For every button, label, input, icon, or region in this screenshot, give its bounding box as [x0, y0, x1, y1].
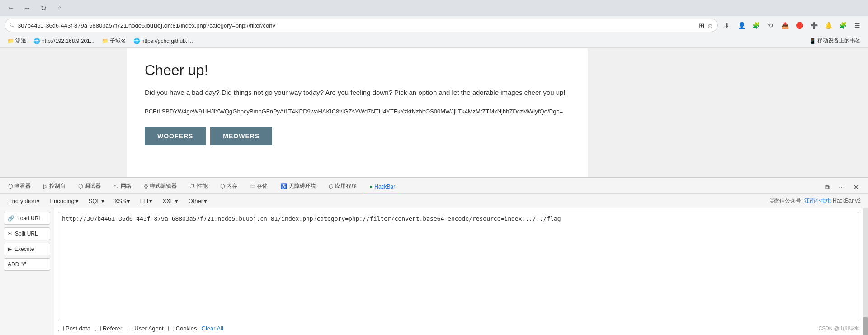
perf-icon: ⏱	[189, 183, 195, 189]
close-devtools-button[interactable]: ✕	[850, 181, 863, 193]
brand-link: 江南小虫虫	[804, 198, 831, 204]
load-url-button[interactable]: 🔗 Load URL	[4, 212, 50, 225]
mobile-bookmarks[interactable]: 📱 移动设备上的书签	[807, 36, 863, 46]
storage-icon: ☰	[250, 183, 255, 189]
address-bar[interactable]: 🛡 307b4461-36d6-443f-879a-68803a57f721.n…	[5, 19, 718, 32]
page-buttons: WOOFERS MEOWERS	[145, 127, 570, 145]
forward-button[interactable]: →	[21, 2, 33, 14]
bookmarks-bar: 📁 渗透 🌐 http://192.168.9.201... 📁 子域名 🌐 h…	[0, 34, 868, 48]
back-button[interactable]: ←	[5, 2, 17, 14]
tab-inspector[interactable]: ⬡ 查看器	[2, 179, 37, 193]
hackbar-brand: ©微信公众号: 江南小虫虫 HackBar v2	[770, 197, 864, 205]
cookies-checkbox[interactable]	[168, 326, 174, 331]
tab-hackbar[interactable]: ● HackBar	[363, 181, 401, 193]
tab-application-label: 应用程序	[335, 182, 357, 190]
devtools-panel: ⬡ 查看器 ▷ 控制台 ⬡ 调试器 ↑↓ 网络 {} 样式编辑器 ⏱ 性能 ⬡ …	[0, 177, 868, 335]
encoding-label: Encoding	[50, 198, 74, 204]
bookmark-item-3[interactable]: 📁 子域名	[99, 36, 129, 46]
tab-console[interactable]: ▷ 控制台	[37, 179, 72, 193]
bm-label-4: https://gchq.github.i...	[142, 38, 193, 44]
accessibility-icon: ♿	[280, 183, 287, 189]
lfi-menu[interactable]: LFI ▾	[136, 196, 157, 206]
mobile-bm-icon: 📱	[809, 38, 816, 44]
other-label: Other	[188, 198, 203, 204]
sql-menu[interactable]: SQL ▾	[84, 196, 109, 206]
xxe-menu[interactable]: XXE ▾	[158, 196, 183, 206]
bookmark-save-button[interactable]: 📤	[778, 19, 791, 32]
page-title: Cheer up!	[145, 62, 570, 79]
bm-label-1: 渗透	[15, 37, 26, 45]
addon-plus[interactable]: ➕	[807, 19, 820, 32]
mobile-bm-label: 移动设备上的书签	[817, 37, 861, 45]
title-bar: ← → ↻ ⌂	[0, 0, 868, 16]
hackbar-bottom-bar: Post data Referer User Agent Cookies C	[58, 325, 859, 332]
encoding-menu[interactable]: Encoding ▾	[45, 196, 83, 206]
scrollbar[interactable]	[863, 208, 868, 335]
brand-text: ©微信公众号:	[770, 198, 804, 204]
tab-style-editor[interactable]: {} 样式编辑器	[138, 179, 183, 193]
load-url-icon: 🔗	[8, 215, 14, 222]
tab-performance-label: 性能	[197, 182, 208, 190]
other-menu[interactable]: Other ▾	[184, 196, 212, 206]
meowers-button[interactable]: MEOWERS	[210, 127, 272, 145]
addon-red[interactable]: 🔴	[793, 19, 806, 32]
lfi-chevron: ▾	[149, 198, 152, 204]
url-prefix: 307b4461-36d6-443f-879a-68803a57f721.nod…	[18, 22, 146, 29]
user-agent-checkbox[interactable]	[127, 326, 132, 331]
right-panel	[588, 48, 868, 177]
bookmark-item-1[interactable]: 📁 渗透	[5, 36, 29, 46]
other-chevron: ▾	[204, 198, 207, 204]
history-back-button[interactable]: ⟲	[764, 19, 777, 32]
bookmark-item-4[interactable]: 🌐 https://gchq.github.i...	[131, 37, 196, 45]
cookies-checkbox-group[interactable]: Cookies	[168, 325, 197, 332]
bm-label-2: http://192.168.9.201...	[42, 38, 94, 44]
tab-accessibility[interactable]: ♿ 无障碍环境	[274, 179, 322, 193]
tab-network[interactable]: ↑↓ 网络	[107, 179, 138, 193]
security-icon: 🛡	[9, 22, 15, 28]
add-slash-button[interactable]: ADD "/"	[4, 258, 50, 271]
post-data-checkbox-group[interactable]: Post data	[58, 325, 90, 332]
undock-button[interactable]: ⧉	[821, 181, 834, 193]
download-button[interactable]: ⬇	[721, 19, 733, 32]
extensions-button[interactable]: 🧩	[750, 19, 762, 32]
inspector-icon: ⬡	[8, 183, 13, 189]
menu-button[interactable]: ☰	[851, 19, 863, 32]
hackbar-icon: ●	[369, 184, 373, 190]
addon-puzzle[interactable]: 🧩	[836, 19, 849, 32]
profile-button[interactable]: 👤	[735, 19, 748, 32]
style-icon: {}	[144, 183, 148, 189]
referer-checkbox[interactable]	[95, 326, 101, 331]
address-icons: ⬇ 👤 🧩 ⟲ 📤 🔴 ➕ 🔔 🧩 ☰	[721, 19, 863, 32]
tab-hackbar-label: HackBar	[374, 184, 395, 190]
home-button[interactable]: ⌂	[53, 2, 66, 14]
user-agent-checkbox-group[interactable]: User Agent	[127, 325, 163, 332]
split-url-icon: ✂	[8, 231, 12, 237]
xss-menu[interactable]: XSS ▾	[110, 196, 135, 206]
clear-all-button[interactable]: Clear All	[202, 325, 223, 332]
tab-storage[interactable]: ☰ 存储	[244, 179, 274, 193]
tab-debugger[interactable]: ⬡ 调试器	[72, 179, 107, 193]
execute-button[interactable]: ▶ Execute	[4, 243, 50, 255]
url-textarea[interactable]	[58, 212, 859, 321]
url-suffix: :81/index.php?category=php://filter/conv	[171, 22, 275, 29]
tab-performance[interactable]: ⏱ 性能	[183, 179, 214, 193]
xxe-label: XXE	[162, 198, 174, 204]
page-wrapper: Cheer up! Did you have a bad day? Did th…	[0, 48, 868, 177]
brand-version: HackBar v2	[833, 198, 861, 204]
bookmark-item-2[interactable]: 🌐 http://192.168.9.201...	[31, 37, 97, 45]
left-panel	[0, 48, 127, 177]
star-icon: ☆	[707, 22, 713, 29]
encryption-menu[interactable]: Encryption ▾	[4, 196, 44, 206]
reload-button[interactable]: ↻	[37, 2, 50, 14]
addon-notify[interactable]: 🔔	[822, 19, 835, 32]
tab-memory[interactable]: ⬡ 内存	[214, 179, 244, 193]
referer-checkbox-group[interactable]: Referer	[95, 325, 122, 332]
tab-application[interactable]: ⬡ 应用程序	[322, 179, 363, 193]
more-tools-button[interactable]: ⋯	[835, 181, 848, 193]
page-content: Cheer up! Did you have a bad day? Did th…	[127, 48, 588, 177]
split-url-button[interactable]: ✂ Split URL	[4, 227, 50, 240]
load-url-label: Load URL	[17, 215, 42, 222]
post-data-checkbox[interactable]	[58, 326, 64, 331]
woofers-button[interactable]: WOOFERS	[145, 127, 206, 145]
sql-label: SQL	[89, 198, 100, 204]
